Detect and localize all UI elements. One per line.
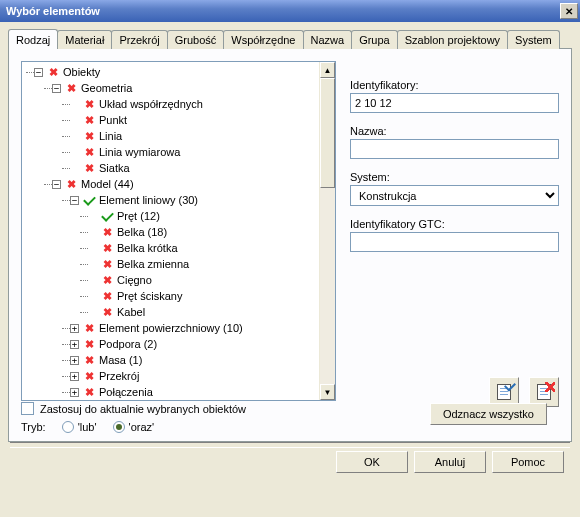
- tree-node[interactable]: −✖Obiekty: [26, 64, 319, 80]
- collapse-icon[interactable]: −: [52, 180, 61, 189]
- tree-node[interactable]: +✖Podpora (2): [26, 336, 319, 352]
- gtc-input[interactable]: [350, 232, 559, 252]
- scrollbar-vertical[interactable]: ▲ ▼: [319, 62, 335, 400]
- scroll-track[interactable]: [320, 78, 335, 384]
- tree-node-label: Przekrój: [99, 370, 139, 382]
- tree-node[interactable]: ✖Belka zmienna: [26, 256, 319, 272]
- tab-nazwa[interactable]: Nazwa: [303, 30, 353, 49]
- document-check-icon: [497, 384, 511, 400]
- tree-node[interactable]: ✖Układ współrzędnych: [26, 96, 319, 112]
- tree-node[interactable]: ✖Belka krótka: [26, 240, 319, 256]
- mode-and-label: 'oraz': [129, 421, 155, 433]
- expand-icon[interactable]: +: [70, 388, 79, 397]
- tree-node-label: Podpora (2): [99, 338, 157, 350]
- tree-spacer: [88, 212, 97, 221]
- system-select[interactable]: Konstrukcja: [350, 185, 559, 206]
- x-mark-icon: ✖: [82, 145, 96, 159]
- x-mark-icon: ✖: [82, 337, 96, 351]
- mode-label: Tryb:: [21, 421, 46, 433]
- close-button[interactable]: ✕: [560, 3, 578, 19]
- tab-przekrój[interactable]: Przekrój: [111, 30, 167, 49]
- name-input[interactable]: [350, 139, 559, 159]
- tree-node[interactable]: ✖Pręt ściskany: [26, 288, 319, 304]
- tree-node-label: Linia: [99, 130, 122, 142]
- x-mark-icon: ✖: [82, 385, 96, 399]
- tree-node[interactable]: +✖Połączenia: [26, 384, 319, 400]
- x-mark-icon: ✖: [46, 65, 60, 79]
- tree-node-label: Połączenia: [99, 386, 153, 398]
- tree-node[interactable]: −✖Model (44): [26, 176, 319, 192]
- tab-rodzaj[interactable]: Rodzaj: [8, 29, 58, 49]
- x-mark-icon: ✖: [82, 129, 96, 143]
- scroll-up-button[interactable]: ▲: [320, 62, 335, 78]
- apply-current-checkbox[interactable]: [21, 402, 34, 415]
- tree-node[interactable]: +✖Przekrój: [26, 368, 319, 384]
- collapse-icon[interactable]: −: [70, 196, 79, 205]
- x-mark-icon: ✖: [82, 369, 96, 383]
- tab-grupa[interactable]: Grupa: [351, 30, 398, 49]
- name-label: Nazwa:: [350, 125, 559, 137]
- tab-strip: RodzajMateriałPrzekrójGrubośćWspółrzędne…: [8, 30, 572, 49]
- checkmark-icon: [82, 193, 96, 207]
- tree-node[interactable]: −Element liniowy (30): [26, 192, 319, 208]
- expand-icon[interactable]: +: [70, 340, 79, 349]
- x-mark-icon: ✖: [64, 81, 78, 95]
- scroll-thumb[interactable]: [320, 78, 335, 188]
- tree-node-label: Siatka: [99, 162, 130, 174]
- tree-node[interactable]: +✖Element powierzchniowy (10): [26, 320, 319, 336]
- expand-icon[interactable]: +: [70, 324, 79, 333]
- tree-node-label: Masa (1): [99, 354, 142, 366]
- cancel-button[interactable]: Anuluj: [414, 451, 486, 473]
- checkmark-icon: [100, 209, 114, 223]
- tree-spacer: [88, 260, 97, 269]
- tree-spacer: [88, 228, 97, 237]
- expand-icon[interactable]: +: [70, 372, 79, 381]
- tab-grubość[interactable]: Grubość: [167, 30, 225, 49]
- x-mark-icon: ✖: [100, 305, 114, 319]
- apply-current-label: Zastosuj do aktualnie wybranych obiektów: [40, 403, 246, 415]
- x-mark-icon: ✖: [82, 321, 96, 335]
- tree-node-label: Obiekty: [63, 66, 100, 78]
- tab-szablon projektowy[interactable]: Szablon projektowy: [397, 30, 508, 49]
- expand-icon[interactable]: +: [70, 356, 79, 365]
- ok-button[interactable]: OK: [336, 451, 408, 473]
- tab-panel: −✖Obiekty−✖Geometria✖Układ współrzędnych…: [8, 48, 572, 442]
- tab-system[interactable]: System: [507, 30, 560, 49]
- identifiers-input[interactable]: [350, 93, 559, 113]
- tree-view[interactable]: −✖Obiekty−✖Geometria✖Układ współrzędnych…: [21, 61, 336, 401]
- x-mark-icon: ✖: [100, 241, 114, 255]
- tree-spacer: [88, 308, 97, 317]
- tree-spacer: [88, 244, 97, 253]
- tree-node[interactable]: ✖Linia: [26, 128, 319, 144]
- tree-node[interactable]: ✖Belka (18): [26, 224, 319, 240]
- collapse-icon[interactable]: −: [34, 68, 43, 77]
- tree-node-label: Geometria: [81, 82, 132, 94]
- tree-node-label: Element powierzchniowy (10): [99, 322, 243, 334]
- tree-node[interactable]: ✖Siatka: [26, 160, 319, 176]
- tree-node[interactable]: ✖Linia wymiarowa: [26, 144, 319, 160]
- tab-współrzędne[interactable]: Współrzędne: [223, 30, 303, 49]
- tree-node-label: Pręt (12): [117, 210, 160, 222]
- tree-spacer: [70, 148, 79, 157]
- tree-node[interactable]: Pręt (12): [26, 208, 319, 224]
- tree-node-label: Model (44): [81, 178, 134, 190]
- tree-node[interactable]: ✖Cięgno: [26, 272, 319, 288]
- tree-node-label: Cięgno: [117, 274, 152, 286]
- tree-node[interactable]: +✖Masa (1): [26, 352, 319, 368]
- tree-node[interactable]: −✖Geometria: [26, 80, 319, 96]
- scroll-down-button[interactable]: ▼: [320, 384, 335, 400]
- tree-spacer: [70, 164, 79, 173]
- tree-spacer: [70, 132, 79, 141]
- tree-node[interactable]: ✖Kabel: [26, 304, 319, 320]
- tree-node[interactable]: ✖Punkt: [26, 112, 319, 128]
- x-mark-icon: ✖: [64, 177, 78, 191]
- system-label: System:: [350, 171, 559, 183]
- tab-materiał[interactable]: Materiał: [57, 30, 112, 49]
- help-button[interactable]: Pomoc: [492, 451, 564, 473]
- form-column: Identyfikatory: Nazwa: System: Konstrukc…: [350, 61, 559, 407]
- tree-node-label: Belka (18): [117, 226, 167, 238]
- collapse-icon[interactable]: −: [52, 84, 61, 93]
- deselect-all-button[interactable]: Odznacz wszystko: [430, 403, 547, 425]
- mode-or-radio[interactable]: 'lub': [62, 421, 97, 433]
- mode-and-radio[interactable]: 'oraz': [113, 421, 155, 433]
